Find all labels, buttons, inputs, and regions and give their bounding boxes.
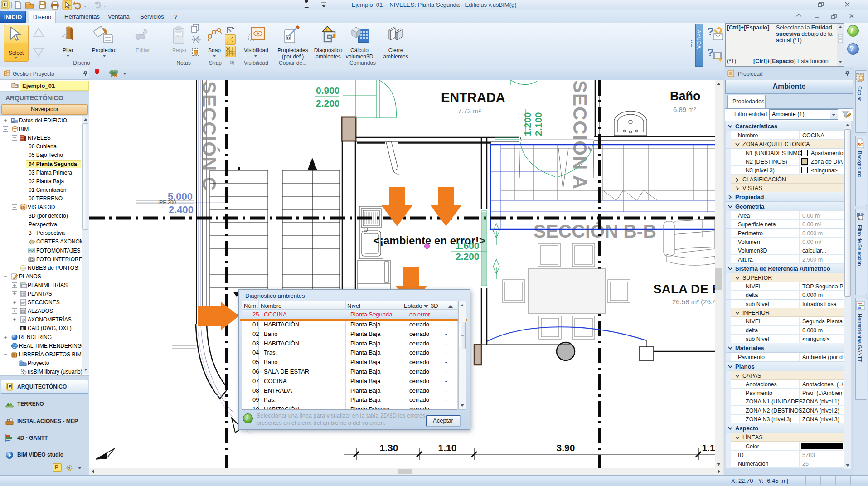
svg-text:E:: E: (21, 327, 24, 330)
svg-text:26.58 m² (26.45: 26.58 m² (26.45 (672, 298, 715, 306)
svg-text:7.73 m²: 7.73 m² (458, 107, 481, 115)
svg-text:!: ! (326, 28, 328, 32)
svg-text:D: D (287, 36, 290, 40)
svg-text:SECCIÓN C: SECCIÓN C (199, 81, 220, 191)
svg-text:2.100: 2.100 (533, 112, 543, 136)
svg-text:0.900: 0.900 (316, 85, 340, 96)
svg-text:6.89 m²: 6.89 m² (673, 106, 696, 113)
svg-text:BG: BG (858, 142, 864, 147)
svg-text:1.10: 1.10 (702, 442, 715, 453)
svg-text:SALA DE ES: SALA DE ES (653, 282, 715, 296)
svg-text:2.200: 2.200 (316, 98, 340, 108)
svg-text:1.200: 1.200 (522, 112, 533, 136)
svg-text:SECCIÓN A: SECCIÓN A (569, 80, 591, 190)
svg-text:?: ? (707, 25, 714, 38)
svg-text:E: E (9, 384, 11, 389)
svg-text:1.10: 1.10 (438, 442, 457, 453)
svg-text:1.600: 1.600 (456, 240, 480, 251)
svg-text:1.30: 1.30 (380, 442, 398, 453)
svg-text:5.000: 5.000 (168, 191, 193, 202)
svg-text:2.400: 2.400 (169, 204, 194, 215)
svg-text:?: ? (707, 46, 714, 58)
svg-text:Baño: Baño (670, 89, 701, 103)
svg-text:2.200: 2.200 (456, 251, 480, 262)
svg-text:3D: 3D (21, 205, 25, 209)
svg-text:3.90: 3.90 (557, 442, 575, 453)
svg-text:SECCIÓN B-B: SECCIÓN B-B (533, 221, 656, 242)
svg-text:ENTRADA: ENTRADA (441, 90, 505, 105)
